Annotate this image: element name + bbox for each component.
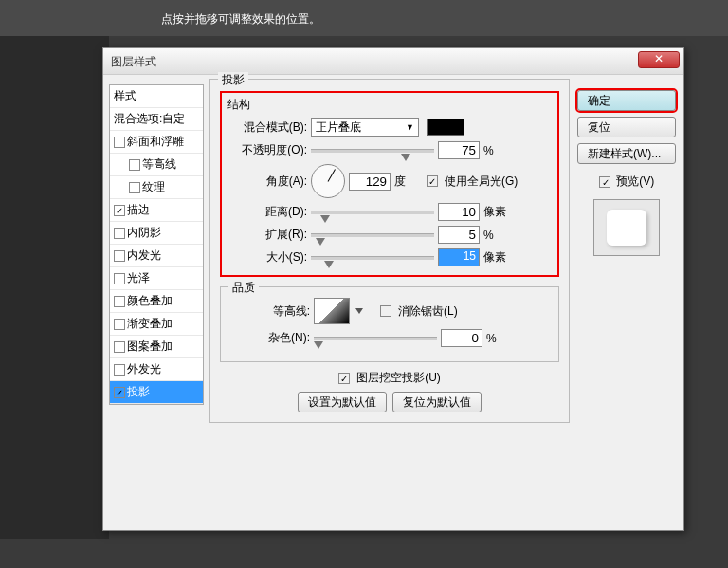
contour-label: 等高线: (230, 303, 310, 320)
preview-inner (607, 210, 646, 246)
blend-options[interactable]: 混合选项:自定 (110, 108, 203, 131)
spread-input[interactable] (438, 226, 480, 244)
blend-mode-label: 混合模式(B): (228, 119, 307, 136)
style-checkbox[interactable] (114, 341, 125, 353)
style-checkbox[interactable] (114, 296, 125, 307)
right-buttons: 确定 复位 新建样式(W)... 预览(V) (577, 90, 676, 256)
noise-slider[interactable] (314, 337, 437, 340)
style-item[interactable]: 纹理 (110, 176, 203, 199)
new-style-button[interactable]: 新建样式(W)... (577, 143, 676, 164)
section-title: 投影 (218, 72, 248, 88)
style-checkbox[interactable] (129, 159, 140, 171)
close-icon: ✕ (654, 52, 664, 65)
angle-dial[interactable] (311, 164, 345, 198)
background (0, 36, 109, 539)
size-label: 大小(S): (228, 249, 307, 266)
antialias-checkbox[interactable] (380, 305, 391, 317)
style-label: 图案叠加 (127, 339, 173, 353)
style-item[interactable]: 内阴影 (110, 222, 203, 245)
style-item[interactable]: 内发光 (110, 245, 203, 267)
style-label: 投影 (127, 385, 150, 398)
chevron-down-icon[interactable] (355, 308, 363, 314)
quality-section: 品质 等高线: 消除锯齿(L) 杂色(N): % (220, 286, 559, 362)
chevron-down-icon: ▼ (406, 122, 414, 132)
style-checkbox[interactable] (114, 205, 125, 216)
antialias-label: 消除锯齿(L) (398, 303, 458, 320)
angle-unit: 度 (394, 174, 423, 190)
spread-label: 扩展(R): (228, 227, 307, 243)
size-unit: 像素 (483, 249, 512, 266)
style-item[interactable]: 斜面和浮雕 (110, 131, 203, 154)
style-label: 渐变叠加 (127, 317, 173, 330)
noise-label: 杂色(N): (230, 330, 310, 346)
distance-unit: 像素 (483, 204, 512, 220)
shadow-color[interactable] (427, 119, 464, 136)
style-label: 描边 (127, 203, 150, 216)
angle-input[interactable] (349, 173, 391, 191)
blend-mode-select[interactable]: 正片叠底 ▼ (311, 118, 419, 137)
style-item[interactable]: 等高线 (110, 154, 203, 176)
distance-label: 距离(D): (228, 204, 307, 220)
style-item[interactable]: 外发光 (110, 358, 203, 381)
global-light-label: 使用全局光(G) (445, 174, 518, 190)
style-item[interactable]: 投影 (110, 381, 203, 404)
hint-bar: 点按并拖移可调整效果的位置。 (0, 0, 728, 36)
size-input[interactable]: 15 (438, 248, 480, 266)
global-light-checkbox[interactable] (427, 175, 438, 187)
knockout-label: 图层挖空投影(U) (356, 370, 441, 386)
style-checkbox[interactable] (114, 250, 125, 262)
style-label: 光泽 (127, 271, 150, 284)
quality-title: 品质 (228, 280, 259, 296)
style-item[interactable]: 光泽 (110, 267, 203, 290)
opacity-input[interactable] (438, 141, 480, 159)
settings-panel: 投影 结构 混合模式(B): 正片叠底 ▼ 不透明度(O): (209, 79, 570, 524)
opacity-unit: % (483, 144, 512, 157)
style-checkbox[interactable] (129, 182, 140, 193)
style-item[interactable]: 描边 (110, 199, 203, 222)
style-item[interactable]: 颜色叠加 (110, 290, 203, 313)
layer-style-dialog: 图层样式 ✕ 样式 混合选项:自定 斜面和浮雕等高线纹理描边内阴影内发光光泽颜色… (102, 47, 684, 531)
style-checkbox[interactable] (114, 364, 125, 376)
preview-thumbnail (593, 199, 660, 256)
size-slider[interactable] (311, 256, 434, 260)
style-checkbox[interactable] (114, 273, 125, 284)
shadow-section: 投影 结构 混合模式(B): 正片叠底 ▼ 不透明度(O): (209, 79, 570, 423)
style-checkbox[interactable] (114, 319, 125, 330)
style-label: 内阴影 (127, 226, 161, 239)
style-label: 外发光 (127, 362, 161, 376)
hint-text: 点按并拖移可调整效果的位置。 (161, 12, 320, 26)
style-item[interactable]: 渐变叠加 (110, 313, 203, 336)
style-item[interactable]: 图案叠加 (110, 336, 203, 358)
preview-label: 预览(V) (616, 174, 654, 188)
style-label: 内发光 (127, 248, 161, 262)
reset-default-button[interactable]: 复位为默认值 (392, 392, 482, 412)
titlebar[interactable]: 图层样式 ✕ (103, 48, 683, 75)
knockout-checkbox[interactable] (338, 373, 350, 384)
style-checkbox[interactable] (114, 228, 125, 239)
style-checkbox[interactable] (114, 387, 125, 398)
contour-picker[interactable] (314, 298, 350, 324)
spread-unit: % (483, 229, 512, 242)
opacity-label: 不透明度(O): (228, 142, 307, 158)
style-label: 纹理 (142, 180, 165, 193)
spread-slider[interactable] (311, 233, 434, 237)
style-checkbox[interactable] (114, 137, 125, 148)
preview-checkbox[interactable] (599, 176, 610, 188)
distance-input[interactable] (438, 203, 480, 221)
style-label: 颜色叠加 (127, 294, 173, 307)
style-label: 斜面和浮雕 (127, 135, 184, 148)
noise-unit: % (486, 332, 515, 345)
styles-list: 样式 混合选项:自定 斜面和浮雕等高线纹理描边内阴影内发光光泽颜色叠加渐变叠加图… (109, 84, 204, 405)
noise-input[interactable] (441, 329, 482, 347)
set-default-button[interactable]: 设置为默认值 (298, 392, 387, 412)
structure-highlight: 结构 混合模式(B): 正片叠底 ▼ 不透明度(O): % (220, 91, 559, 277)
cancel-button[interactable]: 复位 (577, 117, 676, 137)
opacity-slider[interactable] (311, 149, 434, 153)
distance-slider[interactable] (311, 211, 434, 214)
structure-title: 结构 (228, 97, 552, 113)
styles-header[interactable]: 样式 (110, 85, 203, 108)
style-label: 等高线 (142, 157, 176, 171)
close-button[interactable]: ✕ (638, 51, 680, 68)
ok-button[interactable]: 确定 (577, 90, 676, 111)
angle-label: 角度(A): (228, 174, 307, 190)
